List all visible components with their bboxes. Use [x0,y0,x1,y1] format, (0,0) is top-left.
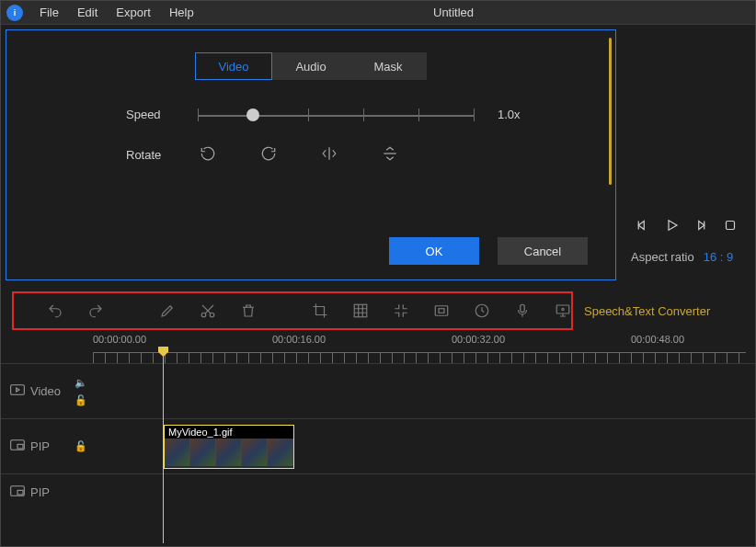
lock-icon[interactable]: 🔓 [74,394,93,406]
track-pip: PIP [1,473,755,510]
menubar: i File Edit Export Help Untitled [1,1,755,25]
mute-icon[interactable]: 🔈 [74,377,93,389]
grid-icon[interactable] [393,302,409,319]
flip-vertical-icon[interactable] [382,145,398,165]
svg-point-2 [210,313,214,317]
panel-scrollbar[interactable] [609,38,612,185]
tab-video[interactable]: Video [195,52,272,80]
undo-icon[interactable] [47,302,63,319]
preview-panel: Aspect ratio 16 : 9 [616,25,755,282]
track-type-pip-icon [10,439,25,453]
menu-edit[interactable]: Edit [68,1,107,25]
next-frame-icon[interactable] [693,217,709,236]
timecode-label: 00:00:48.00 [631,334,684,345]
record-screen-icon[interactable] [555,302,571,319]
stop-icon[interactable] [722,217,739,236]
aspect-ratio-value[interactable]: 16 : 9 [704,250,734,264]
crop-icon[interactable] [312,302,328,319]
track-label: PIP [30,439,50,453]
prev-frame-icon[interactable] [634,217,650,236]
speed-value: 1.0x [498,108,521,121]
track-type-video-icon [10,384,25,398]
svg-rect-3 [354,304,367,317]
track-type-pip-icon [10,485,25,499]
timecode-label: 00:00:00.00 [93,334,146,345]
timecode-label: 00:00:32.00 [452,334,505,345]
svg-rect-0 [726,222,734,230]
track-video: Video 🔈 🔓 [1,363,755,418]
playhead[interactable] [163,347,164,543]
ok-button[interactable]: OK [389,237,479,265]
aspect-ratio-row: Aspect ratio 16 : 9 [625,250,746,264]
menu-help[interactable]: Help [160,1,203,25]
duration-icon[interactable] [474,302,490,319]
play-icon[interactable] [663,217,680,236]
document-title: Untitled [433,6,474,19]
tab-audio[interactable]: Audio [272,52,349,80]
timeline-ruler[interactable]: 00:00:00.00 00:00:16.00 00:00:32.00 00:0… [1,330,755,363]
transport-controls [625,217,746,236]
menu-file[interactable]: File [30,1,68,25]
timecode-label: 00:00:16.00 [272,334,326,345]
app-logo-icon: i [6,5,23,21]
rotate-label: Rotate [126,148,181,162]
edit-icon[interactable] [159,302,176,319]
flip-horizontal-icon[interactable] [321,145,338,165]
clip-settings-panel: Video Audio Mask Speed 1.0x [6,29,616,280]
tab-mask[interactable]: Mask [349,52,427,80]
svg-point-1 [201,313,206,317]
speech-text-converter-link[interactable]: Speech&Text Converter [584,304,710,318]
settings-tabs: Video Audio Mask [6,52,615,80]
svg-rect-12 [17,444,23,449]
svg-rect-5 [439,309,444,313]
rotate-cw-icon[interactable] [260,145,277,165]
svg-rect-8 [556,305,569,313]
speed-thumb[interactable] [246,108,259,121]
redo-icon[interactable] [87,302,104,319]
svg-rect-10 [11,385,25,395]
svg-point-9 [562,308,564,310]
track-pip: PIP 🔓 MyVideo_1.gif [1,418,755,473]
cancel-button[interactable]: Cancel [498,237,588,265]
clip-thumbnails [165,439,293,466]
clip-name: MyVideo_1.gif [165,426,293,439]
voiceover-icon[interactable] [514,302,531,319]
mosaic-icon[interactable] [352,302,369,319]
svg-rect-4 [435,306,448,316]
speed-row: Speed 1.0x [126,108,523,121]
rotate-ccw-icon[interactable] [200,145,216,165]
timeline-clip[interactable]: MyVideo_1.gif [164,425,294,469]
svg-rect-7 [521,304,525,312]
svg-rect-14 [17,490,23,495]
cut-icon[interactable] [200,302,216,319]
track-label: PIP [30,485,50,499]
delete-icon[interactable] [240,302,257,319]
lock-icon[interactable]: 🔓 [74,440,93,452]
frame-icon[interactable] [433,302,450,319]
track-label: Video [30,384,61,398]
aspect-ratio-label: Aspect ratio [631,250,694,264]
menu-export[interactable]: Export [107,1,160,25]
speed-slider[interactable] [198,108,474,121]
speed-label: Speed [126,108,181,121]
rotate-row: Rotate [126,145,523,165]
timeline-toolbar [12,291,573,330]
